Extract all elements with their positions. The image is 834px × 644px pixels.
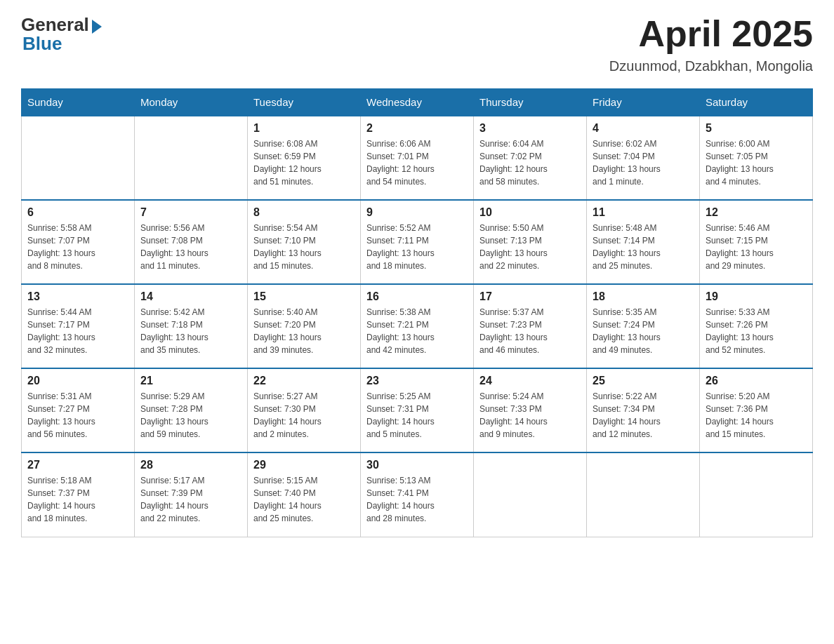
day-number: 25 bbox=[593, 375, 694, 387]
week-row-2: 6Sunrise: 5:58 AM Sunset: 7:07 PM Daylig… bbox=[22, 200, 813, 284]
day-number: 1 bbox=[253, 122, 355, 135]
day-number: 15 bbox=[253, 290, 355, 303]
day-info: Sunrise: 5:44 AM Sunset: 7:17 PM Dayligh… bbox=[27, 306, 128, 356]
title-section: April 2025 Dzuunmod, Dzabkhan, Mongolia bbox=[609, 14, 813, 74]
calendar-header-thursday: Thursday bbox=[474, 89, 587, 116]
day-info: Sunrise: 6:08 AM Sunset: 6:59 PM Dayligh… bbox=[253, 137, 355, 188]
location-label: Dzuunmod, Dzabkhan, Mongolia bbox=[609, 58, 813, 74]
day-number: 10 bbox=[479, 206, 581, 219]
week-row-3: 13Sunrise: 5:44 AM Sunset: 7:17 PM Dayli… bbox=[22, 284, 813, 368]
calendar-header-monday: Monday bbox=[135, 89, 248, 116]
day-info: Sunrise: 5:42 AM Sunset: 7:18 PM Dayligh… bbox=[140, 306, 241, 356]
calendar-cell: 4Sunrise: 6:02 AM Sunset: 7:04 PM Daylig… bbox=[587, 116, 700, 200]
day-number: 19 bbox=[706, 290, 807, 303]
calendar-header-tuesday: Tuesday bbox=[248, 89, 361, 116]
day-info: Sunrise: 5:52 AM Sunset: 7:11 PM Dayligh… bbox=[366, 222, 468, 272]
calendar-cell: 19Sunrise: 5:33 AM Sunset: 7:26 PM Dayli… bbox=[700, 284, 813, 368]
day-info: Sunrise: 5:58 AM Sunset: 7:07 PM Dayligh… bbox=[27, 222, 128, 272]
day-info: Sunrise: 5:54 AM Sunset: 7:10 PM Dayligh… bbox=[253, 222, 355, 272]
week-row-4: 20Sunrise: 5:31 AM Sunset: 7:27 PM Dayli… bbox=[22, 368, 813, 452]
day-number: 7 bbox=[140, 206, 241, 219]
calendar-header-saturday: Saturday bbox=[700, 89, 813, 116]
day-info: Sunrise: 5:13 AM Sunset: 7:41 PM Dayligh… bbox=[366, 474, 468, 525]
calendar-cell bbox=[587, 452, 700, 537]
day-info: Sunrise: 5:29 AM Sunset: 7:28 PM Dayligh… bbox=[140, 390, 241, 441]
calendar-table: SundayMondayTuesdayWednesdayThursdayFrid… bbox=[21, 88, 813, 537]
day-number: 30 bbox=[366, 459, 468, 471]
day-number: 14 bbox=[140, 290, 241, 303]
day-number: 8 bbox=[253, 206, 355, 219]
calendar-cell: 22Sunrise: 5:27 AM Sunset: 7:30 PM Dayli… bbox=[248, 368, 361, 452]
day-info: Sunrise: 5:40 AM Sunset: 7:20 PM Dayligh… bbox=[253, 306, 355, 356]
calendar-cell bbox=[22, 116, 135, 200]
calendar-cell: 6Sunrise: 5:58 AM Sunset: 7:07 PM Daylig… bbox=[22, 200, 135, 284]
calendar-cell: 13Sunrise: 5:44 AM Sunset: 7:17 PM Dayli… bbox=[22, 284, 135, 368]
day-number: 13 bbox=[27, 290, 128, 303]
day-number: 18 bbox=[593, 290, 694, 303]
day-number: 2 bbox=[366, 122, 468, 135]
calendar-header-sunday: Sunday bbox=[22, 89, 135, 116]
day-number: 3 bbox=[479, 122, 581, 135]
calendar-cell: 17Sunrise: 5:37 AM Sunset: 7:23 PM Dayli… bbox=[474, 284, 587, 368]
day-info: Sunrise: 5:15 AM Sunset: 7:40 PM Dayligh… bbox=[253, 474, 355, 525]
calendar-cell: 29Sunrise: 5:15 AM Sunset: 7:40 PM Dayli… bbox=[248, 452, 361, 537]
day-info: Sunrise: 5:56 AM Sunset: 7:08 PM Dayligh… bbox=[140, 222, 241, 272]
day-info: Sunrise: 6:04 AM Sunset: 7:02 PM Dayligh… bbox=[479, 137, 581, 188]
calendar-cell: 28Sunrise: 5:17 AM Sunset: 7:39 PM Dayli… bbox=[135, 452, 248, 537]
day-info: Sunrise: 5:31 AM Sunset: 7:27 PM Dayligh… bbox=[27, 390, 128, 441]
day-number: 9 bbox=[366, 206, 468, 219]
calendar-cell: 20Sunrise: 5:31 AM Sunset: 7:27 PM Dayli… bbox=[22, 368, 135, 452]
calendar-cell: 5Sunrise: 6:00 AM Sunset: 7:05 PM Daylig… bbox=[700, 116, 813, 200]
calendar-cell bbox=[700, 452, 813, 537]
calendar-cell: 16Sunrise: 5:38 AM Sunset: 7:21 PM Dayli… bbox=[361, 284, 474, 368]
calendar-cell: 3Sunrise: 6:04 AM Sunset: 7:02 PM Daylig… bbox=[474, 116, 587, 200]
day-info: Sunrise: 5:25 AM Sunset: 7:31 PM Dayligh… bbox=[366, 390, 468, 441]
calendar-cell: 25Sunrise: 5:22 AM Sunset: 7:34 PM Dayli… bbox=[587, 368, 700, 452]
calendar-cell: 30Sunrise: 5:13 AM Sunset: 7:41 PM Dayli… bbox=[361, 452, 474, 537]
calendar-cell: 15Sunrise: 5:40 AM Sunset: 7:20 PM Dayli… bbox=[248, 284, 361, 368]
week-row-1: 1Sunrise: 6:08 AM Sunset: 6:59 PM Daylig… bbox=[22, 116, 813, 200]
day-info: Sunrise: 5:17 AM Sunset: 7:39 PM Dayligh… bbox=[140, 474, 241, 525]
calendar-cell: 18Sunrise: 5:35 AM Sunset: 7:24 PM Dayli… bbox=[587, 284, 700, 368]
calendar-cell: 1Sunrise: 6:08 AM Sunset: 6:59 PM Daylig… bbox=[248, 116, 361, 200]
day-number: 24 bbox=[479, 375, 581, 387]
day-number: 26 bbox=[706, 375, 807, 387]
day-info: Sunrise: 5:37 AM Sunset: 7:23 PM Dayligh… bbox=[479, 306, 581, 356]
month-title: April 2025 bbox=[609, 14, 813, 54]
day-info: Sunrise: 5:35 AM Sunset: 7:24 PM Dayligh… bbox=[593, 306, 694, 356]
calendar-cell: 12Sunrise: 5:46 AM Sunset: 7:15 PM Dayli… bbox=[700, 200, 813, 284]
week-row-5: 27Sunrise: 5:18 AM Sunset: 7:37 PM Dayli… bbox=[22, 452, 813, 537]
logo-arrow-icon bbox=[92, 20, 102, 34]
day-number: 27 bbox=[27, 459, 128, 471]
day-info: Sunrise: 5:33 AM Sunset: 7:26 PM Dayligh… bbox=[706, 306, 807, 356]
calendar-cell bbox=[474, 452, 587, 537]
calendar-cell: 14Sunrise: 5:42 AM Sunset: 7:18 PM Dayli… bbox=[135, 284, 248, 368]
calendar-header-row: SundayMondayTuesdayWednesdayThursdayFrid… bbox=[22, 89, 813, 116]
day-number: 29 bbox=[253, 459, 355, 471]
day-info: Sunrise: 5:50 AM Sunset: 7:13 PM Dayligh… bbox=[479, 222, 581, 272]
day-info: Sunrise: 5:24 AM Sunset: 7:33 PM Dayligh… bbox=[479, 390, 581, 441]
day-info: Sunrise: 5:48 AM Sunset: 7:14 PM Dayligh… bbox=[593, 222, 694, 272]
calendar-cell: 10Sunrise: 5:50 AM Sunset: 7:13 PM Dayli… bbox=[474, 200, 587, 284]
day-number: 12 bbox=[706, 206, 807, 219]
day-info: Sunrise: 5:27 AM Sunset: 7:30 PM Dayligh… bbox=[253, 390, 355, 441]
day-number: 16 bbox=[366, 290, 468, 303]
day-number: 5 bbox=[706, 122, 807, 135]
calendar-cell: 27Sunrise: 5:18 AM Sunset: 7:37 PM Dayli… bbox=[22, 452, 135, 537]
day-number: 20 bbox=[27, 375, 128, 387]
calendar-cell: 24Sunrise: 5:24 AM Sunset: 7:33 PM Dayli… bbox=[474, 368, 587, 452]
day-number: 4 bbox=[593, 122, 694, 135]
calendar-header-friday: Friday bbox=[587, 89, 700, 116]
day-info: Sunrise: 5:20 AM Sunset: 7:36 PM Dayligh… bbox=[706, 390, 807, 441]
calendar-cell: 9Sunrise: 5:52 AM Sunset: 7:11 PM Daylig… bbox=[361, 200, 474, 284]
calendar-cell: 11Sunrise: 5:48 AM Sunset: 7:14 PM Dayli… bbox=[587, 200, 700, 284]
day-info: Sunrise: 5:22 AM Sunset: 7:34 PM Dayligh… bbox=[593, 390, 694, 441]
calendar-cell: 21Sunrise: 5:29 AM Sunset: 7:28 PM Dayli… bbox=[135, 368, 248, 452]
day-number: 17 bbox=[479, 290, 581, 303]
calendar-cell: 7Sunrise: 5:56 AM Sunset: 7:08 PM Daylig… bbox=[135, 200, 248, 284]
calendar-cell: 8Sunrise: 5:54 AM Sunset: 7:10 PM Daylig… bbox=[248, 200, 361, 284]
calendar-header-wednesday: Wednesday bbox=[361, 89, 474, 116]
day-number: 6 bbox=[27, 206, 128, 219]
day-info: Sunrise: 5:18 AM Sunset: 7:37 PM Dayligh… bbox=[27, 474, 128, 525]
day-info: Sunrise: 6:00 AM Sunset: 7:05 PM Dayligh… bbox=[706, 137, 807, 188]
